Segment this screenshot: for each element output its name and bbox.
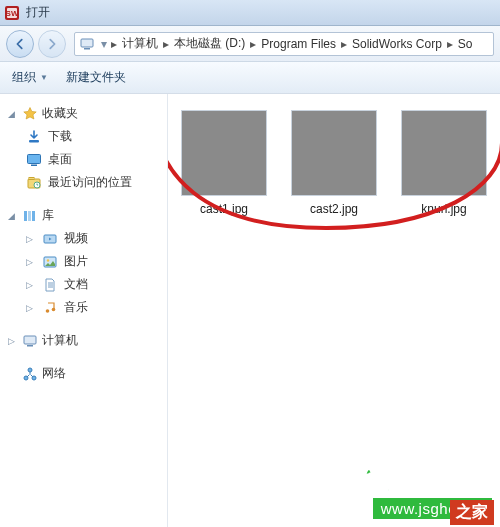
sidebar-head-network[interactable]: ▷ 网络: [6, 362, 161, 385]
breadcrumb-separator: ▸: [163, 37, 169, 51]
sidebar-item-label: 桌面: [48, 151, 72, 168]
content-pane[interactable]: cast1.jpg cast2.jpg knurl.jpg: [168, 94, 500, 527]
sidebar-item-label: 文档: [64, 276, 88, 293]
disclosure-triangle-icon: ◢: [8, 109, 18, 119]
sidebar-group-favorites: ◢ 收藏夹 下载 桌面 最近访问的位置: [6, 102, 161, 194]
svg-rect-7: [31, 164, 37, 166]
navbar: ▾ ▸ 计算机 ▸ 本地磁盘 (D:) ▸ Program Files ▸ So…: [0, 26, 500, 62]
breadcrumb-separator: ▸: [111, 37, 117, 51]
breadcrumb[interactable]: ▾ ▸ 计算机 ▸ 本地磁盘 (D:) ▸ Program Files ▸ So…: [74, 32, 494, 56]
back-button[interactable]: [6, 30, 34, 58]
recent-icon: [26, 175, 42, 191]
document-icon: [42, 277, 58, 293]
breadcrumb-item[interactable]: 计算机: [119, 33, 161, 54]
breadcrumb-item[interactable]: 本地磁盘 (D:): [171, 33, 248, 54]
sidebar: ◢ 收藏夹 下载 桌面 最近访问的位置: [0, 94, 168, 527]
download-icon: [26, 129, 42, 145]
disclosure-triangle-icon: ▷: [26, 303, 36, 313]
breadcrumb-item[interactable]: Program Files: [258, 35, 339, 53]
computer-icon: [22, 333, 38, 349]
sidebar-head-libraries[interactable]: ◢ 库: [6, 204, 161, 227]
sidebar-group-computer: ▷ 计算机: [6, 329, 161, 352]
sidebar-item-pictures[interactable]: ▷ 图片: [24, 250, 161, 273]
file-thumbnail: [181, 110, 267, 196]
sidebar-item-desktop[interactable]: 桌面: [24, 148, 161, 171]
chevron-down-icon[interactable]: ▾: [101, 37, 107, 51]
chevron-down-icon: ▼: [40, 73, 48, 82]
window-title: 打开: [26, 4, 50, 21]
sidebar-head-computer[interactable]: ▷ 计算机: [6, 329, 161, 352]
svg-rect-9: [29, 177, 34, 179]
sidebar-item-label: 最近访问的位置: [48, 174, 132, 191]
star-icon: [22, 106, 38, 122]
sidebar-item-downloads[interactable]: 下载: [24, 125, 161, 148]
arrow-right-icon: [45, 37, 59, 51]
svg-rect-3: [81, 39, 93, 47]
file-grid: cast1.jpg cast2.jpg knurl.jpg: [178, 110, 490, 216]
breadcrumb-item[interactable]: SolidWorks Corp: [349, 35, 445, 53]
svg-rect-19: [24, 336, 36, 344]
breadcrumb-separator: ▸: [250, 37, 256, 51]
svg-point-18: [52, 307, 56, 311]
sidebar-head-favorites[interactable]: ◢ 收藏夹: [6, 102, 161, 125]
file-thumbnail: [291, 110, 377, 196]
computer-icon: [79, 36, 95, 52]
nav-arrows: [6, 30, 66, 58]
sidebar-item-label: 下载: [48, 128, 72, 145]
arrow-left-icon: [13, 37, 27, 51]
music-icon: [42, 300, 58, 316]
app-icon: SW: [4, 5, 20, 21]
file-item[interactable]: cast1.jpg: [178, 110, 270, 216]
svg-rect-5: [29, 140, 39, 143]
libraries-label: 库: [42, 207, 54, 224]
svg-rect-13: [32, 211, 35, 221]
new-folder-button[interactable]: 新建文件夹: [66, 69, 126, 86]
picture-icon: [42, 254, 58, 270]
breadcrumb-separator: ▸: [341, 37, 347, 51]
library-icon: [22, 208, 38, 224]
svg-point-17: [46, 309, 50, 313]
file-name: cast2.jpg: [310, 202, 358, 216]
svg-rect-20: [27, 345, 33, 347]
file-name: knurl.jpg: [421, 202, 466, 216]
sidebar-item-label: 视频: [64, 230, 88, 247]
disclosure-triangle-icon: ▷: [26, 234, 36, 244]
main: ◢ 收藏夹 下载 桌面 最近访问的位置: [0, 94, 500, 527]
sidebar-item-music[interactable]: ▷ 音乐: [24, 296, 161, 319]
sidebar-item-videos[interactable]: ▷ 视频: [24, 227, 161, 250]
svg-point-16: [47, 259, 49, 261]
svg-rect-12: [28, 211, 31, 221]
file-name: cast1.jpg: [200, 202, 248, 216]
svg-point-21: [28, 368, 32, 372]
toolbar: 组织 ▼ 新建文件夹: [0, 62, 500, 94]
sidebar-item-label: 音乐: [64, 299, 88, 316]
disclosure-triangle-icon: ▷: [8, 336, 18, 346]
forward-button[interactable]: [38, 30, 66, 58]
disclosure-triangle-icon: ◢: [8, 211, 18, 221]
svg-rect-6: [28, 154, 41, 163]
sidebar-item-label: 图片: [64, 253, 88, 270]
sidebar-item-documents[interactable]: ▷ 文档: [24, 273, 161, 296]
organize-button[interactable]: 组织 ▼: [12, 69, 48, 86]
sidebar-item-recent[interactable]: 最近访问的位置: [24, 171, 161, 194]
sidebar-group-network: ▷ 网络: [6, 362, 161, 385]
breadcrumb-item[interactable]: So: [455, 35, 476, 53]
disclosure-triangle-icon: ▷: [26, 257, 36, 267]
titlebar: SW 打开: [0, 0, 500, 26]
network-icon: [22, 366, 38, 382]
network-label: 网络: [42, 365, 66, 382]
file-thumbnail: [401, 110, 487, 196]
favorites-label: 收藏夹: [42, 105, 78, 122]
svg-text:SW: SW: [6, 9, 19, 18]
new-folder-label: 新建文件夹: [66, 69, 126, 86]
computer-label: 计算机: [42, 332, 78, 349]
disclosure-triangle-icon: ▷: [26, 280, 36, 290]
sidebar-group-libraries: ◢ 库 ▷ 视频 ▷ 图片 ▷ 文档: [6, 204, 161, 319]
file-item[interactable]: knurl.jpg: [398, 110, 490, 216]
desktop-icon: [26, 152, 42, 168]
svg-rect-11: [24, 211, 27, 221]
organize-label: 组织: [12, 69, 36, 86]
video-icon: [42, 231, 58, 247]
file-item[interactable]: cast2.jpg: [288, 110, 380, 216]
breadcrumb-separator: ▸: [447, 37, 453, 51]
